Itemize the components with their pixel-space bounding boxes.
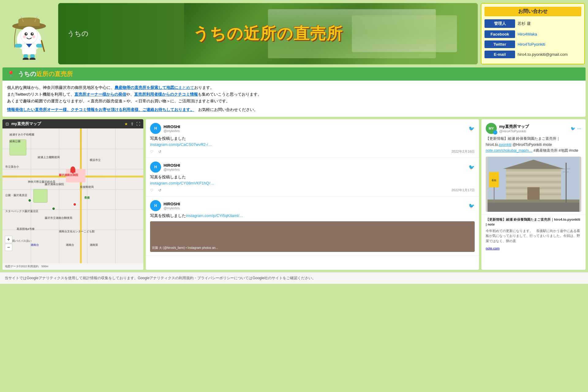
right-source-link[interactable]: note.com xyxy=(486,246,499,250)
section-title-accent: 近所の直売所 xyxy=(36,70,73,77)
zoom-in-button[interactable]: + xyxy=(5,236,12,243)
right-tweet-handle: @Hiro4ToPyonkiti xyxy=(499,129,529,133)
right-twitter-icon: 🐦 xyxy=(571,126,575,131)
map-label-starbucks: スターバックス藤沢蓮沼店 xyxy=(5,209,38,213)
desc-link1[interactable]: 農産物等の直売所を探索して地図にまとめて xyxy=(115,85,194,90)
contact-panel: お問い合わせ 管理人 若杉 廬 Facebook Hiro4Waka Twitt… xyxy=(481,3,585,64)
retweet-icon-2[interactable]: ↺ xyxy=(158,188,161,192)
right-avatar: MY 🐦 xyxy=(486,123,497,134)
map-star-icon: ★ xyxy=(124,122,128,126)
svg-point-16 xyxy=(23,58,29,60)
section-title-bar: 📍 うちの近所の直売所 xyxy=(2,67,586,81)
contact-value-admin: 若杉 廬 xyxy=(518,21,531,26)
contact-row-email: E-mail hiro4.to.pyonkiti@gmail.com xyxy=(484,51,581,58)
right-tweet-caption-detail: 今年初めての更新になります。 長後駅に向かう途中にある看板が気になっておりまして… xyxy=(481,228,586,247)
svg-text:看板: 看板 xyxy=(492,179,496,182)
tweet-avatar-1: H xyxy=(150,123,161,134)
tweet-text-3: 写真を投稿しましたinstagram.com/p/CYi5qKIlaml/… xyxy=(150,213,475,219)
tweet-item-3: H HIROSHI @myknhrs 🐦 写真を投稿しましたinstagram.… xyxy=(146,196,479,256)
svg-rect-25 xyxy=(506,175,561,177)
map-share-icon[interactable]: ⇧ xyxy=(130,122,134,126)
tweet-user-1: HIROSHI @myknhrs xyxy=(164,124,180,133)
banner-subtitle: うちの xyxy=(67,29,89,38)
facebook-link[interactable]: Hiro4Waka xyxy=(518,32,537,36)
svg-point-9 xyxy=(23,35,26,38)
heart-icon-2[interactable]: ♡ xyxy=(150,188,153,192)
map-label-shonan: 湘南台 xyxy=(66,243,74,247)
svg-point-7 xyxy=(26,33,27,34)
right-user-info: my直売所マップ @Hiro4ToPyonkiti xyxy=(499,124,529,133)
map-marker-2[interactable] xyxy=(52,207,55,211)
tweet-handle-3: @myknhrs xyxy=(164,206,180,210)
section-title-text: うちの近所の直売所 xyxy=(18,70,73,78)
twitter-link[interactable]: Hiro4ToPyonkiti xyxy=(518,42,545,47)
contact-value-facebook[interactable]: Hiro4Waka xyxy=(518,32,537,36)
tweet-thumbnail-3[interactable]: 宮園 大 (@hiroshi_farm) • Instagram photos … xyxy=(150,221,475,252)
desc-p1: 個人的な興味から、神奈川県藤沢市の御所見地区を中心に、農産物等の直売所を探索して… xyxy=(7,84,581,91)
tweet-handle-1: @myknhrs xyxy=(164,129,180,133)
tweet-link-2[interactable]: instagram.com/p/CY08mVKF1hQ/… xyxy=(150,181,214,185)
contact-label-email: E-mail xyxy=(484,51,515,58)
svg-point-4 xyxy=(21,27,38,44)
desc-link2[interactable]: 直売所オーナー様からの発信 xyxy=(74,92,126,97)
tweet-date-1: 2022年2月16日 xyxy=(451,149,475,154)
desc-link3[interactable]: 直売所利用者様からのクチコミ情報 xyxy=(134,92,198,97)
svg-point-10 xyxy=(32,35,35,38)
map-expand-icon[interactable]: ⛶ xyxy=(136,122,140,126)
tweet-header-3: H HIROSHI @myknhrs 🐦 xyxy=(150,200,475,211)
map-marker-1[interactable] xyxy=(28,199,32,202)
twitter-bird-icon-1: 🐦 xyxy=(469,126,475,131)
right-tweet-source[interactable]: note.com xyxy=(481,246,586,254)
right-feed-column: MY 🐦 my直売所マップ @Hiro4ToPyonkiti 🐦 ⋯ 【更新情報… xyxy=(481,119,586,270)
map-label-po2: 長後郵便局 xyxy=(80,185,94,189)
tweet-avatar-3: H xyxy=(150,200,161,211)
right-tweet-body: 【更新情報】綾瀬 鈴保養鶏園たまご直売所｜hiro4.to.pyonkiti @… xyxy=(481,136,586,157)
banner-title: うちの近所の直売所 xyxy=(193,25,343,42)
tweet-link-1[interactable]: instagram.com/p/CaCS07wvR2-/… xyxy=(150,142,212,147)
contact-label-twitter: Twitter xyxy=(484,40,515,48)
right-menu-icon[interactable]: ⋯ xyxy=(577,126,581,131)
map-column: ⊡ my直売所マップ ★ ⇧ ⛶ xyxy=(2,119,143,270)
svg-rect-26 xyxy=(506,178,561,180)
map-label-hospital2: 藤沢湘南台病院 xyxy=(59,173,78,177)
desc-p4: 情報発信したい直売所オーナー様、クチコミ情報をお寄せ頂ける利用者様、ご連絡お待ち… xyxy=(7,106,581,113)
svg-rect-24 xyxy=(506,172,561,173)
zoom-out-button[interactable]: − xyxy=(5,244,12,251)
map-frame-icon: ⊡ xyxy=(6,122,9,126)
contact-title: お問い合わせ xyxy=(484,7,581,16)
header: うちの うちの近所の直売所 お問い合わせ 管理人 若杉 廬 Facebook H… xyxy=(0,0,588,67)
mascot-image xyxy=(6,8,52,60)
map-label-park: 綾南公園 xyxy=(9,139,21,143)
right-pyonkiti-link[interactable]: pyonkiti xyxy=(499,143,511,147)
tweet-name-1: HIROSHI xyxy=(164,124,180,129)
map-area[interactable]: 綾瀬すきの子幼稚園 綾南公園 綾瀬上土棚郵便局 市立落合小 藤沢湘南台病院 藤沢… xyxy=(2,128,143,263)
contact-row-admin: 管理人 若杉 廬 xyxy=(484,19,581,28)
retweet-icon-1[interactable]: ↺ xyxy=(158,150,161,154)
map-label-city: 横浜市立 xyxy=(90,158,101,162)
site-banner: うちの うちの近所の直売所 xyxy=(58,3,478,64)
svg-rect-23 xyxy=(506,169,561,170)
tweet-feed-scroll[interactable]: H HIROSHI @myknhrs 🐦 写真を投稿しました instagram… xyxy=(146,119,479,270)
right-tweet-image[interactable]: 看板 xyxy=(486,157,581,212)
tweet-item-1: H HIROSHI @myknhrs 🐦 写真を投稿しました instagram… xyxy=(146,119,479,158)
svg-point-8 xyxy=(32,33,33,34)
twitter-bird-icon-2: 🐦 xyxy=(469,164,475,170)
map-label-school1: 市立落合小 xyxy=(5,165,19,169)
map-label-school2: 神奈川県立藤沢総合高 xyxy=(28,180,55,184)
map-label-culture: 湘南台文化センターこども館 xyxy=(59,230,95,234)
heart-icon-1[interactable]: ♡ xyxy=(150,150,153,154)
right-note-link[interactable]: note.com/chokubai_map/n… xyxy=(486,148,533,153)
twitter-verified-badge: 🐦 xyxy=(493,130,497,135)
main-content: ⊡ my直売所マップ ★ ⇧ ⛶ xyxy=(2,119,586,270)
map-label-shonan2: 湘南台 xyxy=(31,243,39,247)
map-marker-3[interactable] xyxy=(73,203,77,206)
contact-value-twitter[interactable]: Hiro4ToPyonkiti xyxy=(518,42,545,47)
right-feed-scroll[interactable]: MY 🐦 my直売所マップ @Hiro4ToPyonkiti 🐦 ⋯ 【更新情報… xyxy=(481,119,586,270)
tweet-date-2: 2022年1月17日 xyxy=(451,188,475,192)
map-label-yoda: 用田バイパス沿い xyxy=(9,239,32,243)
desc-p3: あくまで趣味の範囲での運営となりますが、＜直売所の販売促進＞や、＜日常のお買い物… xyxy=(7,98,581,105)
map-label-kuzuhara: 葛原団地4号棟 xyxy=(17,227,35,231)
right-divider xyxy=(481,214,586,215)
tweet-link-3[interactable]: instagram.com/p/CYi5qKIlaml/… xyxy=(186,213,243,218)
desc-link4[interactable]: 情報発信したい直売所オーナー様、クチコミ情報をお寄せ頂ける利用者様、ご連絡お待ち… xyxy=(7,107,194,112)
